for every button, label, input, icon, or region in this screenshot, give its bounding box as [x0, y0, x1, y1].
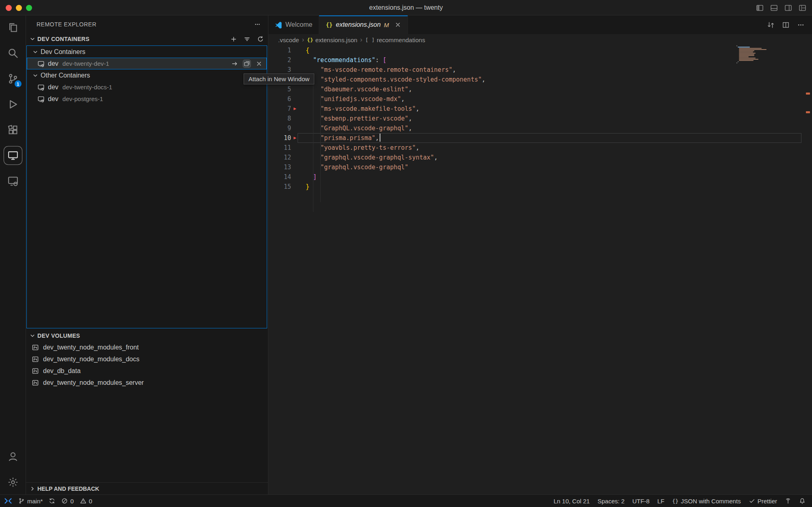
- minimap[interactable]: [736, 45, 769, 64]
- breadcrumb-extensions-json[interactable]: {}extensions.json: [307, 37, 357, 43]
- window-controls[interactable]: [6, 0, 32, 15]
- status-encoding[interactable]: UTF-8: [632, 498, 650, 505]
- tab-extensions-json[interactable]: {} extensions.json M: [319, 15, 408, 34]
- attach-in-current-window-icon[interactable]: [231, 60, 238, 67]
- code-text: "graphql.vscode-graphql": [306, 162, 408, 172]
- activity-settings[interactable]: [4, 473, 22, 491]
- stop-container-icon[interactable]: [255, 60, 263, 67]
- container-icon: [37, 60, 45, 67]
- more-actions-icon[interactable]: [797, 21, 805, 29]
- container-name: dev: [48, 60, 58, 67]
- status-remote-indicator[interactable]: [4, 497, 12, 505]
- code-line-11[interactable]: 11 "yoavbls.pretty-ts-errors",: [268, 143, 812, 153]
- breadcrumb-vscode[interactable]: .vscode: [278, 37, 299, 43]
- activity-run-and-debug[interactable]: [4, 95, 22, 113]
- line-number: 6: [268, 94, 291, 104]
- status-label: 0: [70, 498, 73, 505]
- sidebar-title: REMOTE EXPLORER: [37, 21, 97, 28]
- activity-explorer[interactable]: [4, 19, 22, 37]
- activity-accounts[interactable]: [4, 448, 22, 466]
- code-line-5[interactable]: 5 "dbaeumer.vscode-eslint",: [268, 84, 812, 94]
- line-number: 2: [268, 55, 291, 65]
- code-line-7[interactable]: 7▶ "ms-vscode.makefile-tools",: [268, 104, 812, 114]
- status-notifications[interactable]: [799, 498, 806, 504]
- open-changes-icon[interactable]: [767, 21, 775, 29]
- code-line-2[interactable]: 2 "recommendations": [: [268, 55, 812, 65]
- volume-item-dev-twenty-node-modules-front[interactable]: dev_twenty_node_modules_front: [26, 341, 268, 353]
- close-tab-icon[interactable]: [395, 22, 401, 28]
- pane-dev-containers-header[interactable]: DEV CONTAINERS: [26, 33, 268, 45]
- status-sync-changes[interactable]: [49, 498, 55, 504]
- chevron-down-icon: [32, 72, 39, 79]
- status-cursor-position[interactable]: Ln 10, Col 21: [553, 498, 590, 505]
- code-line-1[interactable]: 1{: [268, 45, 812, 55]
- activity-containers[interactable]: [4, 172, 22, 190]
- volume-item-dev-twenty-node-modules-server[interactable]: dev_twenty_node_modules_server: [26, 377, 268, 388]
- container-item-dev-twenty-dev-1[interactable]: devdev-twenty-dev-1: [27, 58, 267, 69]
- container-item-dev-postgres-1[interactable]: devdev-postgres-1: [27, 93, 267, 105]
- tab-welcome[interactable]: Welcome: [268, 15, 319, 34]
- pane-dev-volumes-header[interactable]: DEV VOLUMES: [26, 330, 268, 341]
- container-id: dev-twenty-docs-1: [63, 84, 112, 91]
- volume-item-dev-twenty-node-modules-docs[interactable]: dev_twenty_node_modules_docs: [26, 353, 268, 365]
- status-errors[interactable]: 0: [61, 498, 73, 505]
- refresh-icon[interactable]: [257, 36, 264, 43]
- code-line-10[interactable]: 10▶ "prisma.prisma",: [268, 133, 812, 143]
- code-text: {: [306, 45, 309, 55]
- titlebar: extensions.json — twenty: [0, 0, 812, 15]
- settings-icon: [7, 477, 19, 488]
- status-eol[interactable]: LF: [657, 498, 665, 505]
- code-line-6[interactable]: 6 "unifiedjs.vscode-mdx",: [268, 94, 812, 104]
- toggle-primary-sidebar-icon[interactable]: [756, 4, 764, 12]
- minimap-line: [739, 52, 753, 52]
- code-line-4[interactable]: 4 "styled-components.vscode-styled-compo…: [268, 75, 812, 84]
- toggle-secondary-sidebar-icon[interactable]: [784, 4, 792, 12]
- volume-item-dev-db-data[interactable]: dev_db_data: [26, 365, 268, 377]
- code-editor[interactable]: 1{2 "recommendations": [3 "ms-vscode-rem…: [268, 45, 812, 494]
- code-line-12[interactable]: 12 "graphql.vscode-graphql-syntax",: [268, 153, 812, 162]
- minimap-line: [739, 49, 767, 50]
- tree-group-other-containers[interactable]: Other Containers: [27, 69, 267, 81]
- volume-icon: [32, 356, 39, 363]
- code-line-14[interactable]: 14 ]: [268, 172, 812, 182]
- activity-extensions[interactable]: [4, 121, 22, 139]
- modified-badge: M: [384, 22, 389, 28]
- minimap-line: [739, 60, 754, 61]
- line-number: 12: [268, 153, 291, 162]
- code-text: "recommendations": [: [306, 55, 387, 65]
- activity-search[interactable]: [4, 44, 22, 62]
- line-number: 11: [268, 143, 291, 153]
- code-line-8[interactable]: 8 "esbenp.prettier-vscode",: [268, 114, 812, 123]
- attach-in-new-window-icon[interactable]: [243, 60, 251, 67]
- more-actions-icon[interactable]: [254, 21, 261, 28]
- status-language-mode[interactable]: {}JSON with Comments: [672, 498, 741, 505]
- status-remote-tunnels[interactable]: [785, 498, 791, 504]
- activity-remote-explorer[interactable]: [4, 147, 22, 164]
- tree-group-dev-containers[interactable]: Dev Containers: [27, 46, 267, 58]
- code-line-3[interactable]: 3 "ms-vscode-remote.remote-containers",: [268, 65, 812, 75]
- code-line-15[interactable]: 15}: [268, 182, 812, 192]
- close-window-icon[interactable]: [6, 5, 12, 11]
- status-indentation[interactable]: Spaces: 2: [598, 498, 625, 505]
- maximize-window-icon[interactable]: [26, 5, 32, 11]
- breadcrumb-label: .vscode: [278, 37, 299, 43]
- pane-help-feedback-header[interactable]: HELP AND FEEDBACK: [26, 482, 268, 494]
- breadcrumb-recommendations[interactable]: [ ]recommendations: [365, 37, 425, 43]
- chevron-right-icon: [29, 485, 36, 492]
- status-formatter[interactable]: Prettier: [749, 498, 777, 505]
- status-git-branch[interactable]: main*: [18, 498, 43, 505]
- toggle-panel-icon[interactable]: [770, 4, 778, 12]
- customize-layout-icon[interactable]: [799, 4, 806, 12]
- filter-icon[interactable]: [244, 36, 251, 43]
- chevron-down-icon: [32, 49, 39, 55]
- container-item-dev-twenty-docs-1[interactable]: devdev-twenty-docs-1: [27, 81, 267, 93]
- code-text: "prisma.prisma",: [306, 133, 380, 143]
- split-editor-icon[interactable]: [782, 21, 790, 29]
- code-line-13[interactable]: 13 "graphql.vscode-graphql": [268, 162, 812, 172]
- status-warnings[interactable]: 0: [80, 498, 92, 505]
- activity-source-control[interactable]: 1: [4, 70, 22, 88]
- minimize-window-icon[interactable]: [16, 5, 22, 11]
- add-icon[interactable]: [230, 36, 237, 43]
- code-line-9[interactable]: 9 "GraphQL.vscode-graphql",: [268, 123, 812, 133]
- breadcrumb-separator: ›: [360, 36, 362, 43]
